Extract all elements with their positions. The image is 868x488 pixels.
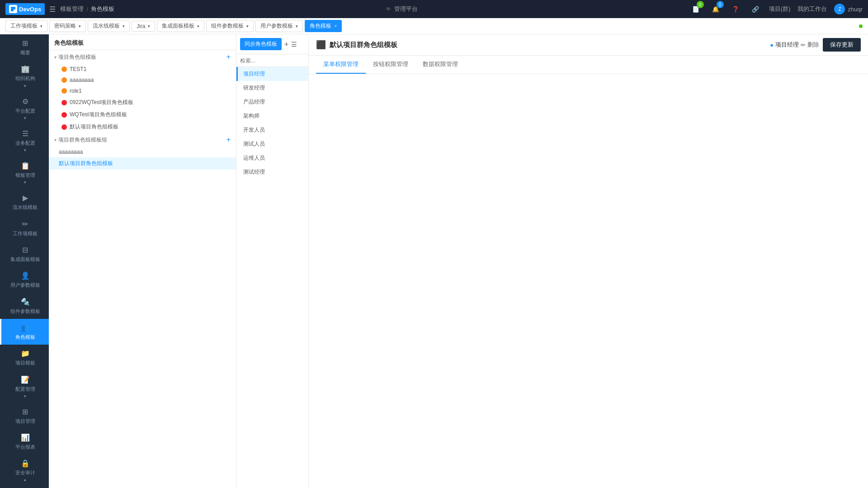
selected-role-label: ● 项目经理 ✏ 删除 xyxy=(770,41,819,49)
sidebar-item-security-audit[interactable]: 🔒 安全审计 ▾ xyxy=(0,455,49,487)
template-item-aaaaaaaa[interactable]: aaaaaaaa xyxy=(49,75,236,85)
sidebar-item-platform-report[interactable]: 📊 平台报表 xyxy=(0,429,49,455)
eye-icon: 👁 xyxy=(386,6,392,13)
template-group-item-default[interactable]: 默认项目群角色组模板 xyxy=(49,157,236,170)
panel-icon: ⊟ xyxy=(22,246,28,254)
template-group-item-aaaaaaaa[interactable]: aaaaaaaa xyxy=(49,147,236,157)
sidebar-item-user-params-template[interactable]: 👤 用户参数模板 xyxy=(0,267,49,293)
sidebar-item-business-config[interactable]: ☰ 业务配置 ▾ xyxy=(0,125,49,157)
chevron-down-icon: ▾ xyxy=(24,84,26,88)
template-item-default-project[interactable]: 默认项目角色组模板 xyxy=(49,121,236,133)
edit-icon: ✏ xyxy=(22,220,28,228)
bell-badge: 0 xyxy=(717,1,724,8)
role-item-product-manager[interactable]: 产品经理 xyxy=(236,95,308,109)
close-icon[interactable]: × xyxy=(334,24,337,28)
delete-label[interactable]: 删除 xyxy=(807,41,819,49)
sidebar-item-config-mgmt[interactable]: 📝 配置管理 ▾ xyxy=(0,371,49,403)
sidebar-item-label: 用户参数模板 xyxy=(10,282,40,288)
sidebar-item-label: 项目模板 xyxy=(15,360,35,366)
role-item-label: 开发人员 xyxy=(243,127,265,133)
org-icon: 🏢 xyxy=(21,65,30,73)
breadcrumb-sep: / xyxy=(86,6,88,13)
tab-component-params[interactable]: 组件参数模板 ▾ xyxy=(206,20,254,32)
add-group-button[interactable]: + xyxy=(226,136,231,144)
sidebar-item-template-mgmt[interactable]: 📋 模板管理 ▾ xyxy=(0,157,49,189)
role-dot-icon xyxy=(61,66,67,72)
role-item-test-manager[interactable]: 测试经理 xyxy=(236,165,308,179)
tab-work-item[interactable]: 工作项模板 ▾ xyxy=(5,20,47,32)
template-item-test1[interactable]: TEST1 xyxy=(49,64,236,75)
group-section-header[interactable]: ▾ 项目群角色组模板组 + xyxy=(49,133,236,147)
role-item-rd-manager[interactable]: 研发经理 xyxy=(236,81,308,95)
document-button[interactable]: 📄 0 xyxy=(689,3,702,15)
project-group-button[interactable]: 项目(群) xyxy=(769,5,791,13)
role-item-project-manager[interactable]: 项目经理 xyxy=(236,67,308,81)
sidebar-item-role-template[interactable]: 👥 角色模板 xyxy=(0,319,49,345)
tab-data-permission[interactable]: 数据权限管理 xyxy=(415,56,465,74)
sidebar-item-label: 概要 xyxy=(20,49,30,56)
link-button[interactable]: 🔗 xyxy=(749,3,762,15)
role-search-input[interactable] xyxy=(240,57,308,64)
sidebar-item-org[interactable]: 🏢 组织机构 ▾ xyxy=(0,60,49,92)
template-item-wqtest[interactable]: WQTest项目角色组模板 xyxy=(49,109,236,121)
sidebar-item-integration-template[interactable]: ⊟ 集成面板模板 xyxy=(0,241,49,267)
add-role-button[interactable]: + xyxy=(284,40,288,48)
sidebar-item-work-item-template[interactable]: ✏ 工作项模板 xyxy=(0,215,49,241)
role-item-label: 架构师 xyxy=(243,113,259,119)
role-item-tester[interactable]: 测试人员 xyxy=(236,137,308,151)
sidebar-item-overview[interactable]: ⊞ 概要 xyxy=(0,34,49,60)
role-item-developer[interactable]: 开发人员 xyxy=(236,123,308,137)
sidebar-item-pipeline-template[interactable]: ▶ 流水线模板 xyxy=(0,189,49,215)
role-dot-icon xyxy=(61,77,67,83)
sidebar-item-label: 集成面板模板 xyxy=(10,256,40,262)
role-item-ops[interactable]: 运维人员 xyxy=(236,151,308,165)
project-section-label: 项目角色组模板 xyxy=(58,53,96,61)
main-title: ⬛ 默认项目群角色组模板 xyxy=(316,40,397,50)
sidebar-item-project-template[interactable]: 📁 项目模板 xyxy=(0,345,49,370)
tab-jira-label: Jira xyxy=(137,23,145,29)
template-item-role1[interactable]: role1 xyxy=(49,85,236,96)
tab-pipeline[interactable]: 流水线模板 ▾ xyxy=(88,20,130,32)
tab-button-permission[interactable]: 按钮权限管理 xyxy=(366,56,415,74)
bell-button[interactable]: 🔔 0 xyxy=(709,3,722,15)
project-section-header[interactable]: ▾ 项目角色组模板 + xyxy=(49,50,236,64)
tab-user-params[interactable]: 用户参数模板 ▾ xyxy=(255,20,303,32)
hamburger-button[interactable]: ☰ xyxy=(49,5,56,14)
top-nav-center: 👁 管理平台 xyxy=(386,5,418,13)
tab-role-template-label: 角色模板 xyxy=(310,22,331,30)
sidebar-item-label: 角色模板 xyxy=(15,334,35,340)
template-group-item-label: aaaaaaaa xyxy=(59,149,83,155)
tab-password[interactable]: 密码策略 ▾ xyxy=(49,20,86,32)
user-menu[interactable]: Z zhuqr xyxy=(834,4,863,14)
top-nav-left: DevOps ☰ 模板管理 / 角色模板 xyxy=(5,3,114,15)
sidebar-item-label: 平台配置 xyxy=(15,108,35,114)
chevron-down-icon: ▾ xyxy=(54,55,57,60)
workbench-button[interactable]: 我的工作台 xyxy=(797,5,827,13)
template-item-0922wq[interactable]: 0922WQTest项目角色模板 xyxy=(49,96,236,109)
tab-single-permission[interactable]: 某单权限管理 xyxy=(316,56,366,74)
role-menu-icon[interactable]: ☰ xyxy=(291,41,297,48)
sidebar-item-label: 配置管理 xyxy=(15,386,35,392)
role-dot-icon xyxy=(61,100,67,105)
chevron-down-icon: ▾ xyxy=(40,24,42,28)
role-item-architect[interactable]: 架构师 xyxy=(236,109,308,123)
sidebar-item-project-mgmt[interactable]: ⊞ 项目管理 xyxy=(0,403,49,429)
role-item-label: 运维人员 xyxy=(243,155,265,161)
add-project-button[interactable]: + xyxy=(226,53,231,61)
tab-jira[interactable]: Jira ▾ xyxy=(132,21,155,32)
edit-icon[interactable]: ✏ xyxy=(801,42,806,48)
template-item-label: 默认项目角色组模板 xyxy=(70,123,118,131)
role-dot-icon xyxy=(61,124,67,130)
sidebar-item-platform-config[interactable]: ⚙ 平台配置 ▾ xyxy=(0,93,49,125)
sidebar-item-component-params-template[interactable]: 🔩 组件参数模板 xyxy=(0,293,49,319)
breadcrumb-part1[interactable]: 模板管理 xyxy=(60,5,84,13)
logo[interactable]: DevOps xyxy=(5,3,45,15)
sidebar-item-label: 流水线模板 xyxy=(13,204,38,210)
save-button[interactable]: 保存更新 xyxy=(823,38,861,52)
sync-role-button[interactable]: 同步角色模板 xyxy=(240,38,282,50)
tab-role-template[interactable]: 角色模板 × xyxy=(305,20,342,32)
tab-data-permission-label: 数据权限管理 xyxy=(423,61,458,67)
help-button[interactable]: ❓ xyxy=(729,3,742,15)
permission-content xyxy=(309,74,868,488)
tab-integration[interactable]: 集成面板模板 ▾ xyxy=(157,20,204,32)
